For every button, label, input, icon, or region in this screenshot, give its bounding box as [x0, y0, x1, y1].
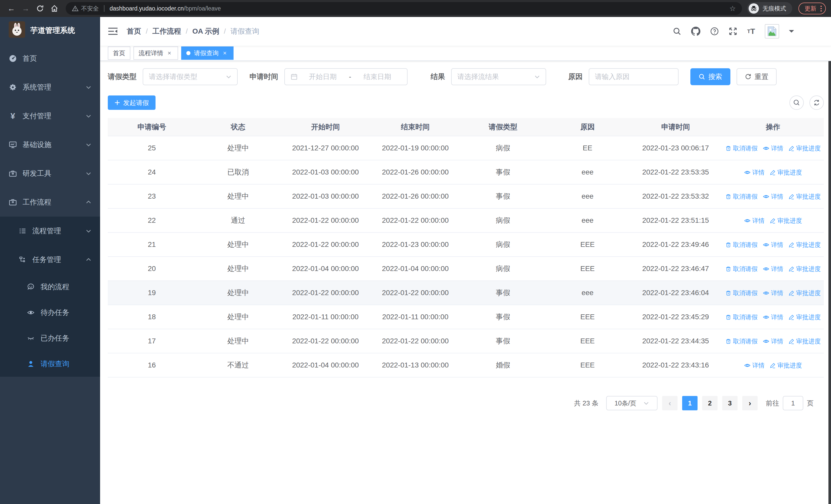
github-icon[interactable]	[691, 27, 700, 36]
table-row[interactable]: 17处理中2022-01-22 00:00:002022-01-22 00:00…	[108, 329, 824, 353]
search-icon	[698, 73, 705, 80]
action-detail-link[interactable]: 详情	[744, 168, 765, 177]
action-progress-link[interactable]: 审批进度	[789, 265, 821, 273]
table-row[interactable]: 18处理中2022-01-11 00:00:002022-01-11 00:00…	[108, 305, 824, 329]
action-cancel-link[interactable]: 取消请假	[725, 337, 757, 346]
breadcrumb-oa[interactable]: OA 示例	[193, 26, 220, 36]
chevron-down-icon[interactable]	[789, 30, 794, 35]
table-row[interactable]: 22通过2022-01-22 00:00:002022-01-22 00:00:…	[108, 208, 824, 233]
action-detail-link[interactable]: 详情	[744, 216, 765, 225]
sidebar-item-my-process[interactable]: 我的流程	[0, 274, 100, 300]
reload-icon[interactable]	[34, 2, 46, 14]
tree-icon	[19, 256, 27, 264]
page-button-3[interactable]: 3	[722, 396, 738, 410]
action-detail-link[interactable]: 详情	[763, 313, 783, 321]
forward-icon[interactable]: →	[20, 2, 32, 14]
avatar[interactable]	[765, 24, 779, 38]
tag-process-detail[interactable]: 流程详情×	[134, 47, 178, 60]
cell-apply: 2022-01-22 23:44:35	[629, 329, 722, 353]
page-button-2[interactable]: 2	[702, 396, 718, 410]
sidebar-item-leave-query[interactable]: 请假查询	[0, 351, 100, 377]
breadcrumb-home[interactable]: 首页	[127, 26, 141, 36]
prev-page-button[interactable]: ‹	[662, 396, 678, 410]
table-row[interactable]: 16不通过2022-01-04 00:00:002022-01-13 00:00…	[108, 353, 824, 377]
hamburger-icon[interactable]	[108, 27, 118, 35]
table-row[interactable]: 25处理中2021-12-27 00:00:002022-01-19 00:00…	[108, 136, 824, 160]
security-warning[interactable]: 不安全	[72, 5, 99, 12]
tag-leave-query[interactable]: 请假查询×	[181, 47, 233, 60]
close-icon[interactable]: ×	[166, 50, 173, 57]
sidebar-item-process-mgmt[interactable]: 流程管理	[0, 216, 100, 245]
reason-input[interactable]: 请输入原因	[589, 68, 679, 85]
next-page-button[interactable]: ›	[742, 396, 757, 410]
action-progress-link[interactable]: 审批进度	[770, 361, 802, 369]
action-progress-link[interactable]: 审批进度	[789, 144, 821, 152]
apply-time-range-picker[interactable]: 开始日期 - 结束日期	[284, 68, 407, 85]
action-cancel-link[interactable]: 取消请假	[725, 144, 757, 152]
leave-type-select[interactable]: 请选择请假类型	[143, 68, 238, 85]
table-row[interactable]: 24已取消2022-01-03 00:00:002022-01-26 00:00…	[108, 160, 824, 184]
back-icon[interactable]: ←	[5, 2, 18, 14]
result-select[interactable]: 请选择流结果	[451, 68, 546, 85]
action-cancel-link[interactable]: 取消请假	[725, 265, 757, 273]
table-row[interactable]: 19处理中2022-01-22 00:00:002022-01-22 00:00…	[108, 281, 824, 305]
placeholder: 请输入原因	[595, 72, 630, 81]
action-detail-link[interactable]: 详情	[763, 289, 783, 297]
create-leave-button[interactable]: 发起请假	[108, 95, 155, 110]
table-row[interactable]: 21处理中2022-01-22 00:00:002022-01-23 00:00…	[108, 233, 824, 257]
font-size-icon[interactable]: TT	[747, 27, 755, 36]
action-cancel-link[interactable]: 取消请假	[725, 192, 757, 201]
action-progress-link[interactable]: 审批进度	[789, 192, 821, 201]
sidebar-item-pay[interactable]: ¥ 支付管理	[0, 101, 100, 130]
action-detail-link[interactable]: 详情	[744, 361, 765, 369]
action-detail-link[interactable]: 详情	[763, 337, 783, 346]
sidebar-item-done-tasks[interactable]: 已办任务	[0, 325, 100, 351]
bookmark-star-icon[interactable]: ☆	[729, 4, 736, 13]
sidebar-item-system[interactable]: 系统管理	[0, 73, 100, 101]
placeholder: 请选择流结果	[457, 72, 499, 81]
table-row[interactable]: 23处理中2022-01-03 00:00:002022-01-26 00:00…	[108, 184, 824, 208]
search-icon[interactable]	[672, 27, 681, 36]
sidebar-item-devtools[interactable]: 研发工具	[0, 159, 100, 188]
page-size-select[interactable]: 10条/页	[606, 396, 658, 410]
home-icon[interactable]	[48, 2, 61, 14]
action-progress-link[interactable]: 审批进度	[789, 241, 821, 249]
breadcrumb-workflow[interactable]: 工作流程	[152, 26, 181, 36]
close-icon[interactable]: ×	[221, 50, 228, 57]
action-progress-link[interactable]: 审批进度	[789, 289, 821, 297]
table-refresh-button[interactable]	[809, 95, 824, 110]
cell-status: 已取消	[196, 160, 280, 184]
action-detail-link[interactable]: 详情	[763, 192, 783, 201]
tag-home[interactable]: 首页	[108, 47, 131, 60]
sidebar-item-todo-tasks[interactable]: 待办任务	[0, 300, 100, 325]
sidebar-item-home[interactable]: 首页	[0, 44, 100, 73]
sidebar-item-task-mgmt[interactable]: 任务管理	[0, 245, 100, 274]
action-progress-link[interactable]: 审批进度	[789, 337, 821, 346]
sidebar-item-infra[interactable]: 基础设施	[0, 130, 100, 159]
table-search-button[interactable]	[790, 95, 804, 110]
logo-row[interactable]: 芋道管理系统	[0, 17, 100, 44]
action-cancel-link[interactable]: 取消请假	[725, 241, 757, 249]
action-progress-link[interactable]: 审批进度	[789, 313, 821, 321]
action-cancel-link[interactable]: 取消请假	[725, 313, 757, 321]
window-scrollbar[interactable]	[828, 17, 831, 504]
action-detail-link[interactable]: 详情	[763, 265, 783, 273]
address-bar[interactable]: 不安全 dashboard.yudao.iocoder.cn/bpm/oa/le…	[66, 2, 742, 15]
cell-start: 2022-01-22 00:00:00	[280, 329, 371, 353]
sidebar-item-workflow[interactable]: 工作流程	[0, 188, 100, 216]
page-button-1[interactable]: 1	[682, 396, 697, 410]
action-detail-link[interactable]: 详情	[763, 241, 783, 249]
action-progress-link[interactable]: 审批进度	[770, 216, 802, 225]
help-icon[interactable]	[710, 27, 719, 36]
table-row[interactable]: 20处理中2022-01-04 00:00:002022-01-04 00:00…	[108, 257, 824, 281]
goto-page-input[interactable]	[783, 396, 803, 410]
fullscreen-icon[interactable]	[728, 27, 737, 36]
search-button[interactable]: 搜索	[690, 68, 730, 85]
browser-menu-icon[interactable]	[821, 6, 822, 11]
action-cancel-link[interactable]: 取消请假	[725, 289, 757, 297]
calendar-icon	[290, 73, 298, 80]
action-detail-link[interactable]: 详情	[763, 144, 783, 152]
action-progress-link[interactable]: 审批进度	[770, 168, 802, 177]
reset-button[interactable]: 重置	[737, 68, 777, 85]
update-button[interactable]: 更新	[798, 3, 826, 14]
